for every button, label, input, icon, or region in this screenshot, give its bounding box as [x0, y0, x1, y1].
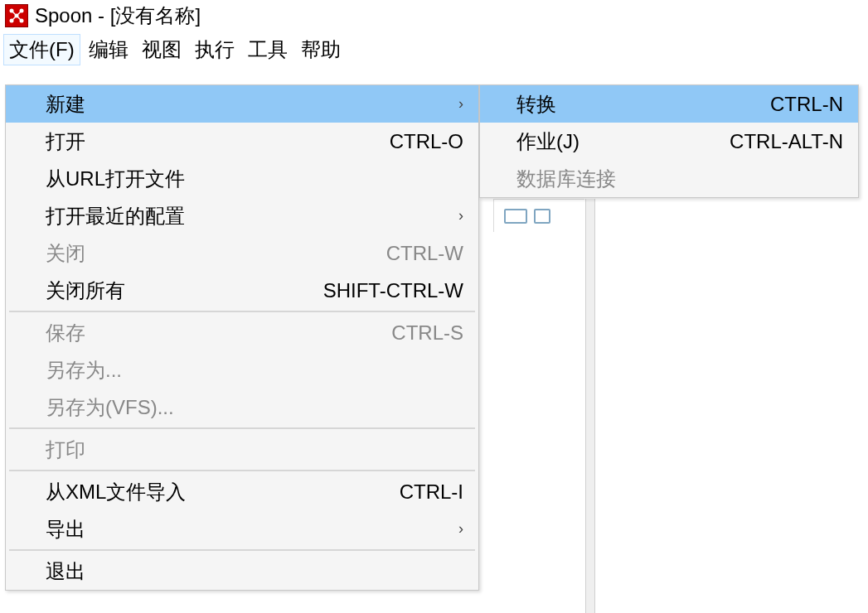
file-menu-dropdown: 新建 › 打开 CTRL-O 从URL打开文件 打开最近的配置 › 关闭 CTR…: [5, 84, 479, 591]
toolbar-glyph-icon: [504, 209, 527, 224]
menu-item-shortcut: CTRL-ALT-N: [730, 130, 843, 153]
menu-help[interactable]: 帮助: [296, 35, 346, 65]
menu-item-label: 数据库连接: [516, 166, 616, 192]
submenu-arrow-icon: ›: [458, 207, 463, 224]
menu-item-label: 另存为(VFS)...: [46, 394, 174, 421]
menu-item-label: 保存: [46, 320, 85, 346]
submenu-arrow-icon: ›: [458, 520, 463, 538]
svg-line-5: [12, 11, 17, 16]
menu-view[interactable]: 视图: [137, 35, 187, 65]
background-scrollbar[interactable]: [585, 199, 595, 613]
menu-file[interactable]: 文件(F): [3, 34, 80, 65]
menu-separator: [9, 549, 475, 551]
menu-item-save-as[interactable]: 另存为...: [6, 351, 478, 389]
menu-item-close-all[interactable]: 关闭所有 SHIFT-CTRL-W: [6, 272, 478, 309]
submenu-item-job[interactable]: 作业(J) CTRL-ALT-N: [480, 123, 858, 160]
menu-item-label: 打开最近的配置: [46, 203, 185, 229]
menu-item-new[interactable]: 新建 ›: [6, 85, 478, 123]
menu-item-shortcut: CTRL-W: [386, 242, 463, 265]
menu-item-shortcut: CTRL-I: [400, 480, 463, 504]
svg-line-8: [17, 16, 22, 21]
background-toolbar: [493, 199, 584, 232]
menu-item-open[interactable]: 打开 CTRL-O: [6, 123, 478, 160]
menu-item-label: 打印: [46, 437, 85, 463]
menu-item-label: 关闭: [46, 240, 85, 267]
menu-separator: [9, 311, 475, 312]
menu-item-open-recent[interactable]: 打开最近的配置 ›: [6, 197, 478, 234]
svg-line-7: [12, 16, 17, 21]
menu-item-save[interactable]: 保存 CTRL-S: [6, 314, 478, 351]
menu-item-exit[interactable]: 退出: [6, 553, 478, 590]
submenu-item-db-connection[interactable]: 数据库连接: [480, 160, 858, 197]
menu-item-label: 另存为...: [46, 357, 122, 384]
menu-item-label: 从XML文件导入: [46, 479, 186, 505]
menu-item-label: 关闭所有: [46, 278, 125, 304]
menu-separator: [9, 427, 475, 429]
new-submenu: 转换 CTRL-N 作业(J) CTRL-ALT-N 数据库连接: [479, 84, 859, 198]
submenu-item-transformation[interactable]: 转换 CTRL-N: [480, 85, 858, 123]
menu-item-label: 导出: [46, 516, 85, 543]
menu-edit[interactable]: 编辑: [84, 35, 133, 65]
menu-item-label: 新建: [46, 91, 85, 118]
menu-item-open-url[interactable]: 从URL打开文件: [6, 160, 478, 197]
menu-tools[interactable]: 工具: [243, 35, 293, 65]
menu-item-label: 转换: [516, 91, 556, 118]
menu-item-label: 作业(J): [516, 128, 579, 155]
menu-item-save-as-vfs[interactable]: 另存为(VFS)...: [6, 389, 478, 426]
toolbar-glyph-icon: [534, 209, 550, 224]
menu-item-shortcut: CTRL-S: [391, 321, 463, 345]
menu-item-print[interactable]: 打印: [6, 431, 478, 468]
menu-item-shortcut: CTRL-N: [770, 93, 843, 116]
menu-item-label: 退出: [46, 558, 85, 585]
titlebar: Spoon - [没有名称]: [0, 0, 868, 31]
svg-line-6: [17, 11, 22, 16]
menu-item-shortcut: CTRL-O: [390, 130, 463, 153]
window-title: Spoon - [没有名称]: [35, 2, 201, 29]
menu-item-label: 从URL打开文件: [46, 166, 185, 192]
menu-item-import-xml[interactable]: 从XML文件导入 CTRL-I: [6, 473, 478, 510]
menu-item-label: 打开: [46, 128, 85, 155]
menu-run[interactable]: 执行: [190, 35, 240, 65]
app-icon: [5, 4, 28, 27]
menu-item-close[interactable]: 关闭 CTRL-W: [6, 234, 478, 272]
menubar: 文件(F) 编辑 视图 执行 工具 帮助: [0, 31, 868, 68]
submenu-arrow-icon: ›: [458, 95, 463, 113]
menu-separator: [9, 470, 475, 471]
menu-item-export[interactable]: 导出 ›: [6, 510, 478, 548]
menu-item-shortcut: SHIFT-CTRL-W: [323, 279, 463, 302]
